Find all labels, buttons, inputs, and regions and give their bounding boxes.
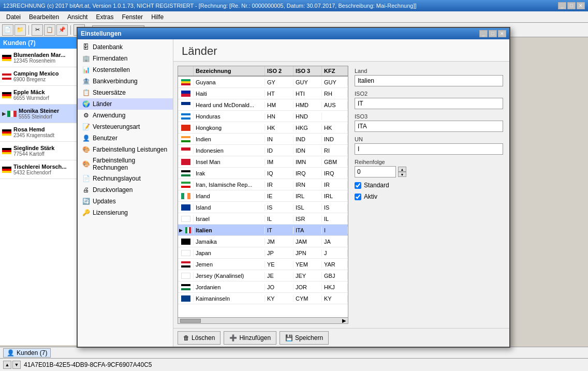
- nav-prev[interactable]: ▲: [3, 361, 11, 369]
- customer-item-rosa[interactable]: Rosa Hemd 2345 Kragenstadt: [0, 123, 78, 142]
- land-input[interactable]: [355, 75, 503, 86]
- flag-de-4: [2, 148, 11, 154]
- iso3-cell-jm: JAM: [293, 238, 322, 245]
- add-label: Hinzufügen: [239, 334, 271, 342]
- table-row[interactable]: Guyana GY GUY GUY: [178, 77, 348, 88]
- kunden-status-button[interactable]: 👤 Kunden (7): [3, 348, 51, 358]
- nav-druckvorlagen[interactable]: 🖨 Druckvorlagen: [78, 184, 173, 196]
- table-row[interactable]: Indien IN IND IND: [178, 133, 348, 145]
- table-row[interactable]: Jemen YE YEM YAR: [178, 259, 348, 270]
- nav-farb-rechnungen[interactable]: 🎨 Farbeinstellung Rechnungen: [78, 155, 173, 173]
- un-input[interactable]: [355, 143, 503, 155]
- title-controls: _ □ ✕: [558, 2, 585, 9]
- menu-bearbeiten[interactable]: Bearbeiten: [25, 12, 63, 22]
- customer-item-monika[interactable]: ▶ Monika Steiner 5555 Steindorf: [0, 105, 78, 123]
- iso2-cell-gy: GY: [265, 79, 293, 86]
- standard-checkbox[interactable]: [355, 182, 361, 189]
- delete-button[interactable]: 🗑 Löschen: [178, 331, 220, 345]
- flag-cell-is: [178, 204, 194, 211]
- table-row[interactable]: Jordanien JO JOR HKJ: [178, 281, 348, 293]
- iso2-input[interactable]: [355, 98, 503, 109]
- iso3-cell-ir: IRN: [293, 181, 322, 188]
- table-row[interactable]: Kaimaninseln KY CYM KY: [178, 293, 348, 304]
- col-header-iso2: ISO 2: [265, 66, 293, 76]
- customer-item-sieglinde[interactable]: Sieglinde Stärk 77544 Kartoff: [0, 142, 78, 160]
- kfz-cell-il: IL: [322, 215, 348, 222]
- nav-anwendung[interactable]: ⚙ Anwendung: [78, 110, 173, 121]
- iso3-cell-hm: HMD: [293, 101, 322, 109]
- toolbar-copy[interactable]: 📋: [44, 24, 55, 36]
- form-group-land: Land: [355, 68, 503, 86]
- minimize-button[interactable]: _: [558, 2, 566, 9]
- nav-benutzer[interactable]: 👤 Benutzer: [78, 132, 173, 144]
- menu-datei[interactable]: Datei: [2, 12, 25, 22]
- table-row[interactable]: Heard und McDonald... HM HMD AUS: [178, 99, 348, 111]
- scroll-right[interactable]: ▶: [341, 318, 348, 323]
- table-scrollbar[interactable]: ▶: [178, 317, 348, 323]
- iso3-cell-gy: GUY: [293, 79, 322, 86]
- spin-up[interactable]: ▲: [398, 167, 406, 172]
- nav-laender[interactable]: 🌍 Länder: [78, 98, 173, 110]
- save-button[interactable]: 💾 Speichern: [280, 331, 329, 345]
- customer-item-blumenladen[interactable]: Blumenladen Mar... 12345 Rosenheim: [0, 49, 78, 67]
- table-row[interactable]: Hongkong HK HKG HK: [178, 122, 348, 133]
- nav-farb-leistungen[interactable]: 🎨 Farbeinstellung Leistungen: [78, 144, 173, 155]
- menu-fenster[interactable]: Fenster: [117, 12, 147, 22]
- table-row[interactable]: Honduras HN HND: [178, 111, 348, 122]
- table-row[interactable]: Irland IE IRL IRL: [178, 190, 348, 202]
- menu-extras[interactable]: Extras: [92, 12, 117, 22]
- flag-cell-ye: [178, 261, 194, 268]
- customer-item-camping[interactable]: Camping Mexico 6900 Bregenz: [0, 67, 78, 86]
- aktiv-checkbox[interactable]: [355, 194, 361, 200]
- nav-steuersaetze[interactable]: 📋 Steuersätze: [78, 87, 173, 98]
- toolbar-open[interactable]: 📁: [14, 24, 26, 36]
- modal-close[interactable]: ✕: [498, 30, 506, 37]
- nav-icon-versteuerungsart: 📝: [82, 123, 90, 131]
- restore-button[interactable]: □: [567, 2, 576, 9]
- nav-updates[interactable]: 🔄 Updates: [78, 196, 173, 207]
- modal-minimize[interactable]: _: [479, 30, 488, 37]
- nav-label-steuersaetze: Steuersätze: [93, 89, 126, 96]
- nav-versteuerungsart[interactable]: 📝 Versteuerungsart: [78, 121, 173, 132]
- menu-ansicht[interactable]: Ansicht: [63, 12, 92, 22]
- nav-datenbank[interactable]: 🗄 Datenbank: [78, 41, 173, 53]
- iso3-label: ISO3: [355, 113, 503, 120]
- menu-bar: Datei Bearbeiten Ansicht Extras Fenster …: [0, 11, 588, 23]
- modal-restore[interactable]: □: [489, 30, 497, 37]
- iso2-cell-hk: HK: [265, 124, 293, 131]
- nav-next[interactable]: ▼: [12, 361, 21, 369]
- nav-bankverbindung[interactable]: 🏦 Bankverbindung: [78, 76, 173, 87]
- table-row[interactable]: Insel Man IM IMN GBM: [178, 156, 348, 168]
- iso3-input[interactable]: [355, 121, 503, 132]
- table-row-selected[interactable]: ▶ Italien IT ITA I: [178, 225, 348, 236]
- toolbar-cut[interactable]: ✂: [32, 24, 43, 36]
- table-row[interactable]: Iran, Islamische Rep... IR IRN IR: [178, 179, 348, 190]
- toolbar-new[interactable]: 📄: [2, 24, 13, 36]
- nav-lizensierung[interactable]: 🔑 Lizensierung: [78, 207, 173, 218]
- table-row[interactable]: Jersey (Kanalinsel) JE JEY GBJ: [178, 270, 348, 281]
- nav-kostenstellen[interactable]: 📊 Kostenstellen: [78, 64, 173, 76]
- close-button[interactable]: ✕: [577, 2, 585, 9]
- iso3-cell-iq: IRQ: [293, 170, 322, 177]
- form-group-iso2: ISO2: [355, 91, 503, 109]
- customer-addr-blumenladen: 12345 Rosenheim: [13, 58, 76, 64]
- spin-down[interactable]: ▼: [398, 172, 406, 177]
- land-label: Land: [355, 68, 503, 74]
- scroll-thumb[interactable]: [180, 319, 201, 323]
- table-row[interactable]: Japan JP JPN J: [178, 247, 348, 259]
- nav-firmendaten[interactable]: 🏢 Firmendaten: [78, 53, 173, 64]
- menu-hilfe[interactable]: Hilfe: [147, 12, 168, 22]
- nav-rechnungslayout[interactable]: 📄 Rechnungslayout: [78, 173, 173, 184]
- table-row[interactable]: Jamaika JM JAM JA: [178, 236, 348, 247]
- delete-icon: 🗑: [183, 334, 189, 342]
- table-row[interactable]: Indonesien ID IDN RI: [178, 145, 348, 156]
- toolbar-paste[interactable]: 📌: [56, 24, 68, 36]
- table-row[interactable]: Haiti HT HTI RH: [178, 88, 348, 99]
- customer-item-tischlerei[interactable]: Tischlerei Morsch... 5432 Eichendorf: [0, 160, 78, 179]
- table-row[interactable]: Island IS ISL IS: [178, 202, 348, 213]
- reihenfolge-input[interactable]: [355, 166, 396, 177]
- customer-item-epple[interactable]: Epple Mäck 6655 Wurmdorf: [0, 86, 78, 105]
- table-row[interactable]: Israel IL ISR IL: [178, 213, 348, 225]
- table-row[interactable]: Irak IQ IRQ IRQ: [178, 168, 348, 179]
- add-button[interactable]: ➕ Hinzufügen: [224, 331, 276, 345]
